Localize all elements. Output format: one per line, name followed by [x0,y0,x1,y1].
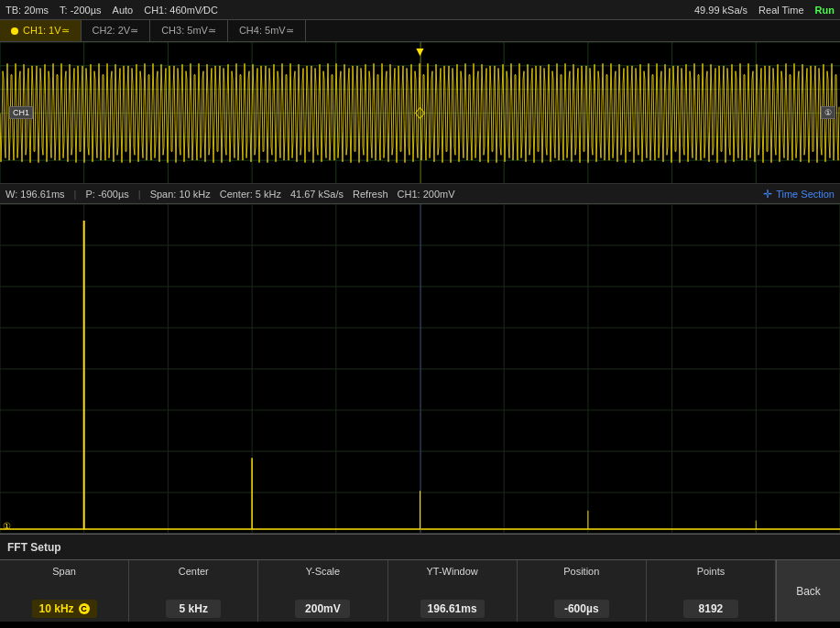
ch1-mv-display: CH1: 200mV [398,189,455,200]
points-value: 8192 [683,600,738,618]
ytwindow-value: 196.61ms [420,600,485,618]
mid-info-bar: W: 196.61ms | P: -600µs | Span: 10 kHz C… [0,184,840,204]
time-section-label: ✛ Time Section [763,188,835,200]
ch4-label: CH4: 5mV≃ [239,25,294,37]
yscale-control[interactable]: Y-Scale 200mV [258,560,387,622]
position-control[interactable]: Position -600µs [518,560,647,622]
center-display: Center: 5 kHz [220,189,281,200]
span-display: Span: 10 kHz [150,189,211,200]
span-value: 10 kHz C [32,600,97,618]
bottom-controls: Span 10 kHz C Center 5 kHz Y-Scale 200mV… [0,559,840,622]
yscale-value: 200mV [295,600,350,618]
ch1-indicator [11,27,18,35]
ytwindow-label: YT-Window [426,566,477,577]
ch2-label: CH2: 2V≃ [93,25,139,37]
ch1-label: CH1: 1V≃ [23,25,70,37]
points-control[interactable]: Points 8192 [647,560,776,622]
auto-display: Auto [113,5,134,16]
center-control[interactable]: Center 5 kHz [129,560,258,622]
fft-setup-bar: FFT Setup [0,534,840,559]
ch4-tab[interactable]: CH4: 5mV≃ [228,20,306,41]
ch1-info: CH1: 460mV⁄DC [144,5,218,16]
top-status-bar: TB: 20ms T: -200µs Auto CH1: 460mV⁄DC 49… [0,0,840,20]
back-button[interactable]: Back [776,560,840,622]
fft-setup-label: FFT Setup [7,541,61,554]
position-label: Position [563,566,599,577]
sample-rate-display: 49.99 kSa/s [694,5,747,16]
p-display: P: -600µs [85,189,128,200]
time-section-text: Time Section [776,189,835,200]
points-label: Points [697,566,725,577]
cursor-icon: ✛ [763,188,772,200]
tb-display: TB: 20ms [5,5,49,16]
ch3-tab[interactable]: CH3: 5mV≃ [150,20,228,41]
fft-bottom-label: ① [3,521,11,531]
fft-canvas [0,204,840,534]
waveform-area: ▼ CH1 ① [0,42,840,184]
t-display: T: -200µs [60,5,101,16]
center-label: Center [179,566,209,577]
fft-area: ① [0,204,840,534]
ch2-tab[interactable]: CH2: 2V≃ [82,20,151,41]
refresh-label: Refresh [353,189,388,200]
section-marker-left: CH1 [9,106,33,119]
channel-tabs: CH1: 1V≃ CH2: 2V≃ CH3: 5mV≃ CH4: 5mV≃ [0,20,840,42]
waveform-canvas [0,42,840,184]
fft-sample-rate: 41.67 kSa/s [290,189,344,200]
run-status: Run [815,5,835,16]
span-label: Span [52,566,76,577]
section-marker-right: ① [821,106,835,119]
yscale-label: Y-Scale [306,566,341,577]
ytwindow-control[interactable]: YT-Window 196.61ms [388,560,518,622]
ch3-label: CH3: 5mV≃ [161,25,216,37]
span-control[interactable]: Span 10 kHz C [0,560,129,622]
mode-display: Real Time [758,5,804,16]
trigger-marker: ▼ [414,44,427,59]
ch1-tab[interactable]: CH1: 1V≃ [0,20,82,41]
span-c-icon: C [79,603,90,614]
position-value: -600µs [554,600,609,618]
w-display: W: 196.61ms [5,189,65,200]
center-value: 5 kHz [166,600,221,618]
